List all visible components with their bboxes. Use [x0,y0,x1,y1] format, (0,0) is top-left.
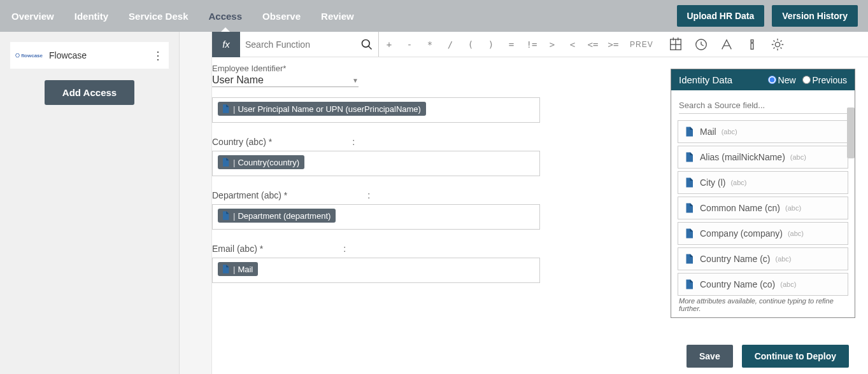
add-access-button[interactable]: Add Access [45,80,134,105]
op-lparen[interactable]: ( [460,32,481,57]
document-icon [683,202,695,214]
tab-service-desk[interactable]: Service Desk [127,1,189,31]
op-plus[interactable]: + [379,32,399,57]
tab-identity[interactable]: Identity [73,1,110,31]
employee-identifier-mapping[interactable]: | User Principal Name or UPN (userPrinci… [212,97,540,123]
more-attributes-hint: More attributes available, continue typi… [671,296,855,317]
document-icon [220,157,231,167]
op-divide[interactable]: / [440,32,460,57]
chip-label: Country(country) [238,158,299,167]
document-icon [220,104,231,114]
main-panel: fx + - * / ( ) = != > < <= >= PREV [211,32,868,374]
source-field-item[interactable]: Alias (mailNickName) (abc) [678,146,848,169]
country-mapping[interactable]: | Country(country) [212,151,540,176]
employee-identifier-dropdown[interactable]: User Name ▼ [212,74,359,87]
source-field-list: Mail (abc) Alias (mailNickName) (abc) Ci… [671,116,855,296]
document-icon [683,126,695,137]
sidebar-item-label: Flowcase [49,50,87,60]
formula-bar: fx + - * / ( ) = != > < <= >= PREV [212,32,868,57]
mapping-chip[interactable]: | Country(country) [218,155,304,169]
flowcase-logo-icon: ⎔ flowcase [15,53,43,59]
op-minus[interactable]: - [399,32,420,57]
info-icon[interactable] [745,38,759,52]
email-label: Email (abc) * [212,244,263,254]
op-gte[interactable]: >= [603,32,623,57]
save-button[interactable]: Save [687,345,733,368]
kebab-menu-icon[interactable]: ⋯ [152,50,166,61]
employee-identifier-label: Employee Identifier* [212,64,540,73]
op-multiply[interactable]: * [420,32,440,57]
document-icon [683,228,695,239]
op-eq[interactable]: = [501,32,522,57]
chip-label: Mail [238,265,253,274]
gear-icon[interactable] [771,38,785,52]
radio-previous[interactable]: Previous [802,75,847,85]
continue-deploy-button[interactable]: Continue to Deploy [742,345,849,368]
chip-label: Department (department) [238,211,331,221]
country-label: Country (abc) * [212,137,272,147]
source-field-item[interactable]: Company (company) (abc) [678,222,848,245]
version-history-button[interactable]: Version History [772,5,858,27]
identity-data-panel: Identity Data New Previous [671,69,855,318]
prev-button[interactable]: PREV [623,40,660,49]
dropdown-value: User Name [212,74,264,86]
document-icon [683,151,695,163]
chevron-down-icon: ▼ [352,77,359,84]
document-icon [683,177,695,188]
op-neq[interactable]: != [522,32,542,57]
mapping-chip[interactable]: | User Principal Name or UPN (userPrinci… [218,102,426,116]
op-lte[interactable]: <= [583,32,603,57]
mapping-chip[interactable]: | Department (department) [218,209,336,223]
source-field-search-input[interactable] [679,100,847,110]
email-mapping[interactable]: | Mail [212,258,540,283]
source-field-item[interactable]: Mail (abc) [678,120,848,143]
document-icon [683,253,695,265]
tab-access[interactable]: Access [207,1,243,31]
nav-tabs: Overview Identity Service Desk Access Ob… [10,1,355,31]
scrollbar[interactable] [847,107,855,158]
sidebar: ⎔ flowcase Flowcase ⋯ Add Access [0,32,180,374]
document-icon [220,264,231,274]
search-function-input[interactable] [245,39,360,50]
document-icon [683,279,695,290]
search-icon[interactable] [360,38,373,51]
tab-overview[interactable]: Overview [10,1,55,31]
mapping-chip[interactable]: | Mail [218,262,258,276]
upload-hr-data-button[interactable]: Upload HR Data [677,5,765,27]
clock-icon[interactable] [694,38,708,52]
source-field-item[interactable]: Country Name (co) (abc) [678,273,848,296]
source-field-item[interactable]: City (l) (abc) [678,171,848,194]
sidebar-item-flowcase[interactable]: ⎔ flowcase Flowcase ⋯ [10,42,169,69]
source-field-item[interactable]: Country Name (c) (abc) [678,247,848,270]
top-nav: Overview Identity Service Desk Access Ob… [0,0,868,32]
department-mapping[interactable]: | Department (department) [212,204,540,230]
department-label: Department (abc) * [212,190,287,200]
fx-label: fx [212,32,240,57]
radio-new[interactable]: New [768,75,796,85]
op-gt[interactable]: > [542,32,562,57]
panel-title: Identity Data [679,74,732,85]
op-lt[interactable]: < [562,32,583,57]
tab-review[interactable]: Review [320,1,355,31]
grid-icon[interactable] [669,38,683,52]
source-field-item[interactable]: Common Name (cn) (abc) [678,197,848,219]
op-rparen[interactable]: ) [481,32,501,57]
document-icon [220,211,231,221]
tab-observe[interactable]: Observe [261,1,302,31]
text-icon[interactable] [720,38,734,52]
chip-label: User Principal Name or UPN (userPrincipa… [238,104,421,114]
